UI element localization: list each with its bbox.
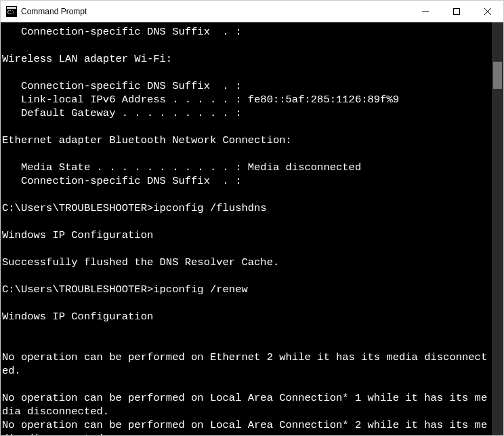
- terminal-line: [2, 120, 490, 134]
- terminal-line: Connection-specific DNS Suffix . :: [2, 79, 490, 93]
- scrollbar-track[interactable]: [492, 22, 503, 435]
- terminal-line: [2, 188, 490, 201]
- maximize-button[interactable]: [441, 1, 472, 22]
- terminal-line: Windows IP Configuration: [2, 229, 490, 242]
- terminal-line: Media State . . . . . . . . . . . : Medi…: [2, 161, 490, 174]
- terminal-line: No operation can be performed on Local A…: [2, 418, 490, 435]
- terminal-line: [2, 242, 490, 256]
- terminal-output[interactable]: Connection-specific DNS Suffix . :Wirele…: [1, 22, 492, 435]
- window-controls: [410, 1, 503, 22]
- terminal-line: [2, 66, 490, 79]
- svg-rect-1: [7, 7, 16, 9]
- terminal-line: [2, 269, 490, 283]
- minimize-button[interactable]: [410, 1, 441, 22]
- app-icon: C:\: [6, 6, 17, 17]
- terminal-line: [2, 147, 490, 161]
- close-button[interactable]: [472, 1, 503, 22]
- terminal-line: Connection-specific DNS Suffix . :: [2, 25, 490, 39]
- maximize-icon: [453, 8, 460, 15]
- terminal-line: [2, 39, 490, 52]
- terminal-area: Connection-specific DNS Suffix . :Wirele…: [1, 22, 503, 435]
- terminal-line: Successfully flushed the DNS Resolver Ca…: [2, 256, 490, 269]
- terminal-line: No operation can be performed on Etherne…: [2, 351, 490, 378]
- terminal-line: C:\Users\TROUBLESHOOTER>ipconfig /renew: [2, 283, 490, 296]
- terminal-line: [2, 296, 490, 310]
- svg-text:C:\: C:\: [7, 9, 15, 16]
- terminal-line: [2, 323, 490, 337]
- titlebar[interactable]: C:\ Command Prompt: [1, 1, 503, 22]
- terminal-line: Connection-specific DNS Suffix . :: [2, 174, 490, 188]
- terminal-line: Ethernet adapter Bluetooth Network Conne…: [2, 134, 490, 147]
- terminal-line: Link-local IPv6 Address . . . . . : fe80…: [2, 93, 490, 106]
- minimize-icon: [422, 8, 429, 15]
- scrollbar-thumb[interactable]: [493, 62, 502, 89]
- terminal-line: C:\Users\TROUBLESHOOTER>ipconfig /flushd…: [2, 201, 490, 215]
- window-title: Command Prompt: [21, 7, 410, 16]
- terminal-line: Wireless LAN adapter Wi-Fi:: [2, 52, 490, 66]
- terminal-line: No operation can be performed on Local A…: [2, 391, 490, 418]
- terminal-line: Windows IP Configuration: [2, 310, 490, 323]
- terminal-line: Default Gateway . . . . . . . . . :: [2, 106, 490, 120]
- close-icon: [484, 8, 491, 15]
- terminal-line: [2, 378, 490, 391]
- svg-rect-4: [454, 8, 460, 14]
- terminal-line: [2, 215, 490, 229]
- terminal-line: [2, 337, 490, 351]
- command-prompt-window: C:\ Command Prompt Connection-specific D…: [0, 0, 504, 436]
